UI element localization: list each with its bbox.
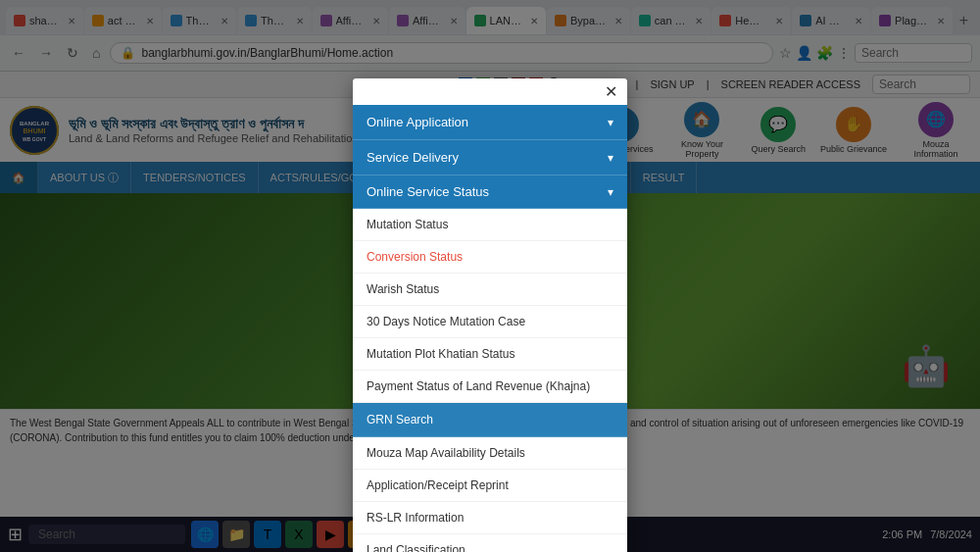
mutation-status-label: Mutation Status [367, 218, 448, 231]
mouza-map-label: Mouza Map Availability Details [367, 446, 525, 460]
online-service-status-section[interactable]: Online Service Status ▾ [353, 176, 627, 209]
payment-status-item[interactable]: Payment Status of Land Revenue (Khajna) [353, 371, 627, 403]
payment-status-label: Payment Status of Land Revenue (Khajna) [367, 379, 590, 393]
service-delivery-section[interactable]: Service Delivery ▾ [353, 140, 627, 176]
application-reprint-label: Application/Receipt Reprint [367, 478, 509, 492]
modal-close-button[interactable]: ✕ [599, 80, 623, 103]
thirty-day-notice-label: 30 Days Notice Mutation Case [367, 315, 525, 328]
service-delivery-label: Service Delivery [367, 150, 459, 165]
online-application-arrow-icon: ▾ [608, 116, 613, 129]
land-classification-item[interactable]: Land Classification [353, 534, 627, 552]
conversion-status-item[interactable]: Conversion Status [353, 241, 627, 274]
service-menu-modal: ✕ Online Application ▾ Service Delivery … [353, 78, 627, 552]
online-service-status-label: Online Service Status [367, 184, 489, 199]
online-service-status-arrow-icon: ▾ [608, 185, 613, 199]
mutation-plot-label: Mutation Plot Khatian Status [367, 347, 514, 361]
mutation-status-item[interactable]: Mutation Status [353, 209, 627, 241]
modal-overlay: ✕ Online Application ▾ Service Delivery … [0, 0, 980, 552]
grn-search-item[interactable]: GRN Search [353, 403, 627, 437]
mutation-plot-item[interactable]: Mutation Plot Khatian Status [353, 338, 627, 371]
conversion-status-label: Conversion Status [367, 250, 463, 264]
grn-search-label: GRN Search [367, 413, 433, 427]
service-delivery-arrow-icon: ▾ [608, 151, 613, 165]
thirty-day-notice-item[interactable]: 30 Days Notice Mutation Case [353, 306, 627, 338]
rs-lr-item[interactable]: RS-LR Information [353, 502, 627, 534]
modal-header: ✕ [353, 78, 627, 105]
rs-lr-label: RS-LR Information [367, 511, 464, 525]
land-classification-label: Land Classification [367, 543, 466, 552]
warish-status-item[interactable]: Warish Status [353, 274, 627, 306]
warish-status-label: Warish Status [367, 282, 439, 296]
mouza-map-item[interactable]: Mouza Map Availability Details [353, 437, 627, 470]
online-application-section[interactable]: Online Application ▾ [353, 105, 627, 140]
online-application-label: Online Application [367, 115, 468, 129]
application-reprint-item[interactable]: Application/Receipt Reprint [353, 470, 627, 502]
